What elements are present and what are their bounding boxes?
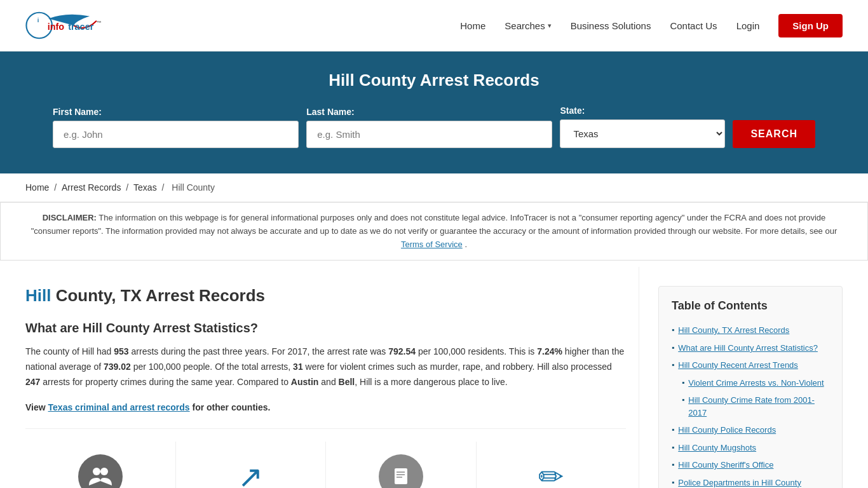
toc-list: Hill County, TX Arrest Records What are … bbox=[672, 322, 829, 488]
toc-item-4: Violent Crime Arrests vs. Non-Violent bbox=[672, 374, 829, 392]
state-label: State: bbox=[560, 105, 725, 116]
signup-button[interactable]: Sign Up bbox=[778, 14, 843, 37]
toc-link-1[interactable]: Hill County, TX Arrest Records bbox=[678, 324, 789, 337]
property-count: 247 bbox=[25, 377, 40, 387]
icon-row: ↗ ✏ bbox=[25, 428, 626, 488]
nav-searches-link[interactable]: Searches bbox=[505, 20, 545, 31]
breadcrumb-sep-1: / bbox=[54, 182, 59, 193]
last-name-input[interactable] bbox=[306, 121, 552, 148]
last-name-group: Last Name: bbox=[306, 107, 552, 148]
first-name-label: First Name: bbox=[53, 107, 299, 117]
disclaimer-bold: DISCLAIMER: bbox=[43, 213, 97, 222]
view-link-suffix: for other counties. bbox=[190, 402, 271, 412]
view-link-paragraph: View Texas criminal and arrest records f… bbox=[25, 400, 626, 416]
nav-contact[interactable]: Contact Us bbox=[670, 20, 717, 31]
main-content: Hill County, TX Arrest Records What are … bbox=[0, 267, 868, 488]
svg-rect-7 bbox=[395, 468, 407, 484]
toc-link-8[interactable]: Hill County Sheriff's Office bbox=[678, 459, 773, 471]
svg-point-5 bbox=[93, 468, 100, 475]
toc-link-2[interactable]: What are Hill County Arrest Statistics? bbox=[678, 342, 818, 355]
national-avg: 739.02 bbox=[104, 362, 131, 372]
breadcrumb-sep-2: / bbox=[126, 182, 131, 193]
search-button[interactable]: SEARCH bbox=[733, 120, 815, 148]
terms-of-service-link[interactable]: Terms of Service bbox=[401, 240, 463, 249]
disclaimer-text: The information on this webpage is for g… bbox=[31, 213, 837, 236]
toc-item-3: Hill County Recent Arrest Trends bbox=[672, 356, 829, 374]
people-icon bbox=[78, 454, 123, 488]
content-area: Hill County, TX Arrest Records What are … bbox=[25, 267, 639, 488]
people-svg bbox=[88, 464, 113, 488]
sidebar: Table of Contents Hill County, TX Arrest… bbox=[639, 267, 843, 488]
toc-box: Table of Contents Hill County, TX Arrest… bbox=[658, 286, 843, 488]
toc-item-2: What are Hill County Arrest Statistics? bbox=[672, 339, 829, 357]
svg-point-6 bbox=[100, 468, 108, 475]
toc-link-4[interactable]: Violent Crime Arrests vs. Non-Violent bbox=[688, 377, 824, 390]
state-group: State: Texas Alabama Alaska California F… bbox=[560, 105, 725, 148]
toc-link-5[interactable]: Hill County Crime Rate from 2001-2017 bbox=[688, 394, 829, 419]
icon-cell-2: ↗ bbox=[176, 442, 327, 488]
svg-text:i: i bbox=[37, 17, 39, 24]
nav: Home Searches ▾ Business Solutions Conta… bbox=[460, 14, 843, 37]
city2: Bell bbox=[339, 377, 355, 387]
arrest-rate: 792.54 bbox=[388, 346, 416, 356]
breadcrumb-sep-3: / bbox=[162, 182, 167, 193]
state-select[interactable]: Texas Alabama Alaska California Florida … bbox=[560, 119, 725, 148]
svg-text:™: ™ bbox=[97, 20, 101, 25]
nav-searches[interactable]: Searches ▾ bbox=[505, 20, 551, 31]
toc-item-5: Hill County Crime Rate from 2001-2017 bbox=[672, 391, 829, 421]
nav-home[interactable]: Home bbox=[460, 20, 485, 31]
scroll-svg bbox=[390, 465, 412, 487]
toc-item-1: Hill County, TX Arrest Records bbox=[672, 322, 829, 339]
toc-link-3[interactable]: Hill County Recent Arrest Trends bbox=[678, 359, 798, 372]
icon-cell-3 bbox=[326, 442, 477, 488]
icon-cell-4: ✏ bbox=[477, 442, 627, 488]
content-heading-rest: County, TX Arrest Records bbox=[51, 286, 265, 305]
disclaimer-suffix: . bbox=[465, 240, 467, 249]
toc-item-9: Police Departments in Hill County bbox=[672, 474, 829, 488]
logo[interactable]: i info tracer ™ bbox=[25, 6, 108, 44]
city1: Austin bbox=[291, 377, 319, 387]
stats-paragraph: The county of Hill had 953 arrests durin… bbox=[25, 344, 626, 390]
content-heading-highlight: Hill bbox=[25, 286, 51, 305]
stats-heading: What are Hill County Arrest Statistics? bbox=[25, 321, 626, 336]
pencil-icon: ✏ bbox=[538, 459, 564, 488]
hero-section: Hill County Arrest Records First Name: L… bbox=[0, 51, 868, 173]
breadcrumb-home[interactable]: Home bbox=[25, 182, 49, 193]
scroll-icon bbox=[379, 454, 423, 488]
view-link-prefix: View bbox=[25, 402, 48, 412]
content-heading: Hill County, TX Arrest Records bbox=[25, 286, 626, 306]
breadcrumb-arrest-records[interactable]: Arrest Records bbox=[62, 182, 121, 193]
first-name-group: First Name: bbox=[53, 107, 299, 148]
icon-cell-1 bbox=[25, 442, 176, 488]
violent-count: 31 bbox=[293, 362, 303, 372]
toc-item-6: Hill County Police Records bbox=[672, 421, 829, 439]
toc-item-7: Hill County Mugshots bbox=[672, 439, 829, 457]
header: i info tracer ™ Home Searches ▾ Business… bbox=[0, 0, 868, 51]
chevron-down-icon: ▾ bbox=[548, 22, 552, 30]
breadcrumb-texas[interactable]: Texas bbox=[133, 182, 157, 193]
toc-link-6[interactable]: Hill County Police Records bbox=[678, 424, 776, 437]
texas-records-link[interactable]: Texas criminal and arrest records bbox=[48, 402, 190, 412]
breadcrumb-hill-county: Hill County bbox=[172, 182, 215, 193]
svg-text:tracer: tracer bbox=[68, 22, 94, 32]
toc-link-7[interactable]: Hill County Mugshots bbox=[678, 442, 756, 454]
svg-text:info: info bbox=[48, 22, 65, 32]
arrow-up-icon: ↗ bbox=[238, 459, 263, 488]
first-name-input[interactable] bbox=[53, 121, 299, 148]
arrests-num: 953 bbox=[114, 346, 128, 356]
toc-heading: Table of Contents bbox=[672, 299, 829, 313]
toc-item-8: Hill County Sheriff's Office bbox=[672, 456, 829, 474]
login-button[interactable]: Login bbox=[736, 20, 760, 31]
page-title: Hill County Arrest Records bbox=[25, 71, 843, 90]
breadcrumb: Home / Arrest Records / Texas / Hill Cou… bbox=[0, 173, 868, 202]
higher-pct: 7.24% bbox=[537, 346, 562, 356]
nav-business[interactable]: Business Solutions bbox=[571, 20, 651, 31]
toc-link-9[interactable]: Police Departments in Hill County bbox=[678, 477, 801, 488]
last-name-label: Last Name: bbox=[306, 107, 552, 117]
disclaimer-bar: DISCLAIMER: The information on this webp… bbox=[0, 202, 868, 261]
search-form: First Name: Last Name: State: Texas Alab… bbox=[53, 105, 815, 148]
